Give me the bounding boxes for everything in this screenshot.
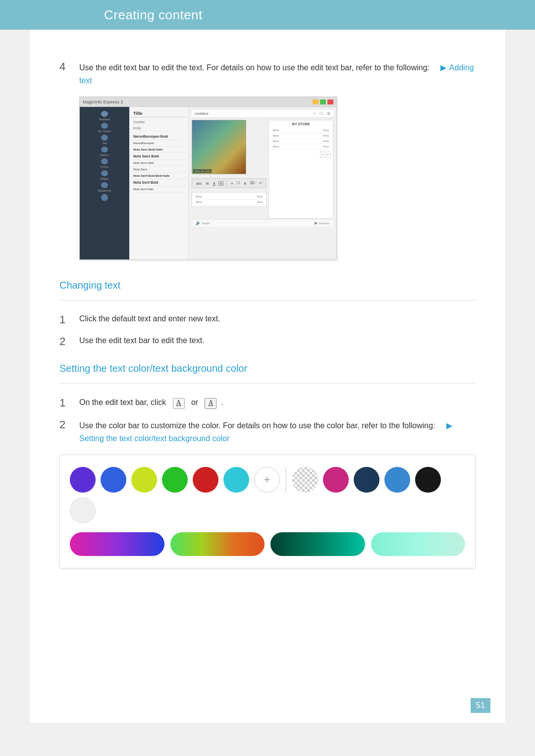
mock-extra-rows: MenuPrice MenuPrice	[192, 192, 267, 207]
mock-canvas-header: Untitled + ☐ ⊞	[192, 110, 333, 118]
mock-sidebar-route[interactable]: Routes	[97, 158, 112, 168]
change-step-1: 1 Click the default text and enter new t…	[59, 312, 476, 326]
step-4-text: Use the edit text bar to edit the text. …	[79, 61, 476, 87]
mock-body: Templates My Content Text Stickers	[80, 107, 336, 259]
mock-menu-row-6: MenuPrice	[194, 200, 265, 205]
gradient-green-orange[interactable]	[170, 532, 265, 556]
mock-content: Salmon Box Sushi abc AI A A ≡ ☐	[192, 120, 333, 219]
setting-text-heading: Setting the text color/text background c…	[59, 363, 476, 374]
canvas-rect-icon[interactable]: ☐	[320, 111, 323, 116]
changing-text-heading: Changing text	[59, 280, 476, 291]
font-nota-serif-italic[interactable]: Nota Serif Italic	[131, 186, 186, 193]
color-circle-navy[interactable]	[354, 467, 379, 493]
change-step-1-text: Click the default text and enter new tex…	[79, 312, 476, 325]
mock-edit-toolbar: abc AI A A ≡ ☐ A ⌦ ↩	[192, 178, 267, 188]
setting-step-1-text: On the edit text bar, click A or A .	[79, 396, 476, 409]
screenshot-mockup: MagicInfo Express 2 Templates	[79, 97, 337, 260]
toolbar-abc[interactable]: abc	[195, 181, 203, 186]
setting-step-1-num: 1	[59, 397, 79, 409]
mock-font-panel: Title Subtitle body NarunBarunpen Bold N…	[129, 107, 189, 259]
divider-2	[59, 383, 476, 384]
header-bar: Creating content	[0, 0, 535, 30]
setting-step-2-text: Use the color bar to customize the color…	[79, 419, 476, 445]
font-nota-sans[interactable]: Nota Sans	[131, 166, 186, 173]
color-add-btn[interactable]: +	[254, 467, 280, 493]
font-nota-sans-bold[interactable]: Nota Sans Bold	[131, 153, 186, 160]
font-nota-serif-bold[interactable]: Nota Serif Bold	[131, 179, 186, 186]
toolbar-delete[interactable]: ⌦	[249, 181, 256, 186]
mock-menu-row-4: MenuPrice	[271, 144, 331, 150]
change-step-1-num: 1	[59, 313, 79, 326]
page-title: Creating content	[104, 7, 203, 23]
color-separator	[286, 467, 286, 493]
color-circle-white[interactable]	[70, 498, 96, 523]
font-nota-sans-italic[interactable]: Nota Sans Italic	[131, 160, 186, 166]
canvas-grid-icon[interactable]: ⊞	[327, 111, 330, 116]
setting-step-2: 2 Use the color bar to customize the col…	[59, 417, 476, 445]
color-transparent[interactable]	[292, 467, 318, 493]
mock-titlebar: MagicInfo Express 2	[80, 97, 336, 107]
setting-link-arrow: ▶	[446, 421, 452, 430]
mock-sidebar: Templates My Content Text Stickers	[80, 107, 129, 259]
content-area: 4 Use the edit text bar to edit the text…	[30, 30, 505, 723]
color-gradients-row	[70, 532, 465, 556]
color-circle-yellow-green[interactable]	[131, 467, 157, 493]
setting-step-2-num: 2	[59, 418, 79, 431]
mock-canvas: Untitled + ☐ ⊞ Salmon Box Sushi	[189, 107, 336, 259]
divider-1	[59, 300, 476, 301]
toolbar-underline-a[interactable]: A	[212, 181, 216, 186]
setting-step-1: 1 On the edit text bar, click A or A .	[59, 396, 476, 409]
page-number-badge: 51	[471, 698, 490, 713]
toolbar-font-size[interactable]: A	[243, 181, 247, 186]
color-circle-pink[interactable]	[323, 467, 349, 493]
step-4-row: 4 Use the edit text bar to edit the text…	[59, 59, 476, 87]
change-step-2: 2 Use the edit text bar to edit the text…	[59, 334, 476, 348]
font-narun[interactable]: NarunBarunpen	[131, 140, 186, 147]
color-circle-blue[interactable]	[101, 467, 126, 493]
canvas-add-icon[interactable]: +	[313, 111, 316, 116]
color-circles-row: +	[70, 467, 465, 523]
change-step-2-text: Use the edit text bar to edit the text.	[79, 334, 476, 347]
mock-sidebar-content[interactable]: My Content	[97, 123, 112, 133]
color-circle-black[interactable]	[415, 467, 441, 493]
mock-window-buttons	[313, 100, 333, 104]
toolbar-ai[interactable]: AI	[205, 181, 210, 186]
mock-bottom-bar: 🔊 Audio ▶ Preview	[192, 219, 333, 227]
mock-sidebar-home[interactable]: Templates	[97, 111, 112, 121]
color-circle-light-blue[interactable]	[384, 467, 410, 493]
mock-sidebar-picture[interactable]: Stickers	[97, 147, 112, 156]
toolbar-align[interactable]: ≡	[230, 181, 234, 186]
mock-menu-row-5: MenuPrice	[194, 194, 265, 200]
toolbar-undo[interactable]: ↩	[258, 181, 263, 186]
toolbar-box[interactable]: ☐	[236, 181, 241, 186]
maximize-btn[interactable]	[320, 100, 326, 104]
color-circle-red[interactable]	[193, 467, 218, 493]
gradient-dark-teal[interactable]	[270, 532, 365, 556]
color-circle-purple[interactable]	[70, 467, 96, 493]
mock-menu-row-3: MenuPrice	[271, 139, 331, 144]
mock-sidebar-background[interactable]: Background	[97, 182, 112, 192]
minimize-btn[interactable]	[313, 100, 319, 104]
toolbar-a-box[interactable]: A	[218, 181, 224, 186]
text-bg-color-btn[interactable]: A	[205, 398, 216, 409]
gradient-light-teal[interactable]	[371, 532, 466, 556]
step-4-link-arrow: ▶	[440, 63, 446, 72]
mock-sidebar-widget[interactable]: Widgets	[97, 170, 112, 180]
font-narun-bold[interactable]: NarunBarunpen Bold	[131, 133, 186, 140]
change-step-2-num: 2	[59, 335, 79, 348]
toolbar-sep1	[226, 180, 227, 186]
color-picker-panel: +	[59, 454, 476, 568]
mock-sidebar-text[interactable]: Text	[97, 135, 112, 145]
mock-food-image: Salmon Box Sushi	[192, 120, 246, 174]
font-nota-serif-bbi[interactable]: Nota Serif Bold Bold Italic	[131, 173, 186, 179]
mock-sidebar-info[interactable]	[97, 194, 112, 204]
color-circle-cyan[interactable]	[223, 467, 249, 493]
font-nota-sans-bi[interactable]: Nota Sans Bold Italic	[131, 147, 186, 153]
close-btn[interactable]	[327, 100, 333, 104]
text-color-btn[interactable]: A	[173, 398, 185, 409]
color-circle-green[interactable]	[162, 467, 188, 493]
mock-menu-row-2: MenuPrice	[271, 133, 331, 139]
mock-menu-row-1: MenuPrice	[271, 128, 331, 133]
setting-text-link[interactable]: Setting the text color/text background c…	[79, 434, 229, 443]
gradient-pink-blue[interactable]	[70, 532, 164, 556]
